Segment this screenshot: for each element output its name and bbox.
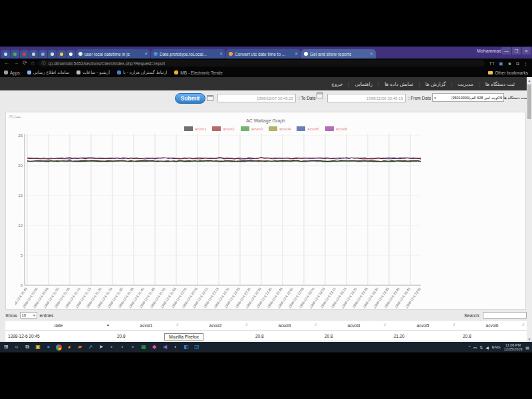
legend-item[interactable]: acvol5 <box>297 126 319 131</box>
legend-item[interactable]: acvol6 <box>325 126 347 131</box>
tray-chevron-icon[interactable]: ^ <box>469 345 471 349</box>
network-icon[interactable]: ⇅ <box>479 345 483 350</box>
text-size-icon[interactable]: TT <box>489 61 495 66</box>
page-scrollbar[interactable]: ▲ ▼ <box>527 77 532 342</box>
column-header[interactable]: acvol6⇵ <box>458 321 527 331</box>
column-header[interactable]: acvol5⇵ <box>388 321 458 331</box>
column-header[interactable]: acvol1⇵ <box>112 321 181 331</box>
browser-profile-name[interactable]: Mohammad <box>477 49 501 53</box>
sort-asc-icon[interactable]: ▲ <box>106 323 110 327</box>
nav-item[interactable]: خروج <box>326 81 348 87</box>
nav-item[interactable]: مدیریت <box>452 81 479 87</box>
calendar-icon[interactable] <box>317 92 323 98</box>
legend-item[interactable]: acvol2 <box>212 126 234 131</box>
minimize-icon[interactable]: — <box>502 47 511 55</box>
tool-icon[interactable]: ▪ <box>172 344 179 350</box>
bookmark-icon[interactable]: ▣ <box>499 61 503 66</box>
mini-tab[interactable] <box>57 50 66 59</box>
address-bar[interactable]: ⓘ cp.dlinamobi:5452/sections/Client/Inde… <box>39 60 485 66</box>
start-icon[interactable]: ⊞ <box>3 344 9 350</box>
excel-icon[interactable]: ▦ <box>140 344 147 350</box>
calendar-icon[interactable] <box>207 95 213 101</box>
taskbar-clock[interactable]: 11:06 PM 12/25/2019 <box>504 343 523 352</box>
to-date-input[interactable] <box>217 94 296 102</box>
mini-tab[interactable] <box>66 50 75 59</box>
mini-tab[interactable] <box>39 50 47 59</box>
other-bookmarks[interactable]: Other bookmarks <box>488 70 528 75</box>
language-indicator[interactable]: ENG <box>492 345 501 349</box>
forward-icon[interactable]: → <box>13 61 19 66</box>
bookmark-item[interactable]: آرشیو - ساعات <box>76 70 110 75</box>
sort-icon[interactable]: ⇵ <box>176 323 179 327</box>
tab-close-icon[interactable]: × <box>219 51 223 57</box>
bookmark-item[interactable]: سامانه اطلاع رسانی <box>27 70 69 75</box>
column-header[interactable]: acvol4⇵ <box>319 321 388 331</box>
tab-close-icon[interactable]: × <box>295 51 298 57</box>
refresh-icon[interactable]: ⟳ <box>23 61 27 66</box>
mini-tab[interactable] <box>29 50 38 59</box>
column-header[interactable]: acvol3⇵ <box>250 321 319 331</box>
close-icon[interactable]: ✕ <box>522 47 531 55</box>
sort-icon[interactable]: ⇵ <box>245 323 248 327</box>
sort-icon[interactable]: ⇵ <box>315 323 317 327</box>
page-size-select[interactable]: 10 ▾ <box>20 312 37 319</box>
taskview-icon[interactable]: ⧉ <box>24 344 31 350</box>
mini-tab[interactable] <box>48 50 57 59</box>
nav-item[interactable]: ثبت دستگاه ها <box>480 81 520 87</box>
sort-icon[interactable]: ⇵ <box>384 323 386 327</box>
browser-tab[interactable]: Date.prototype.toLocal...× <box>151 49 225 59</box>
mini-tab[interactable] <box>20 50 29 59</box>
table-row[interactable]: 1398-12-6 20:4520.821.2020.820.821.2020.… <box>5 331 527 341</box>
nav-item[interactable]: راهنمایی <box>349 81 378 87</box>
app-dark-icon[interactable]: ▪ <box>108 344 115 350</box>
nav-item[interactable]: گزارش ها <box>420 81 451 87</box>
back-icon[interactable]: ← <box>4 61 9 66</box>
submit-button[interactable]: Submit <box>175 93 205 104</box>
from-date-input[interactable] <box>327 94 406 102</box>
mini-tab[interactable] <box>1 50 10 59</box>
store-arrow-icon[interactable]: ➚ <box>87 344 94 350</box>
search-input[interactable] <box>483 312 527 319</box>
explorer-icon[interactable]: ▣ <box>35 344 41 350</box>
app-dark-icon[interactable]: ▪ <box>130 344 136 350</box>
firefox-icon[interactable]: ◕ <box>66 344 72 350</box>
browser-tab[interactable]: Convert utc date time to ...× <box>226 49 301 59</box>
legend-item[interactable]: acvol3 <box>241 126 263 131</box>
volume-icon[interactable]: ◀ <box>485 345 489 350</box>
scrollbar-thumb[interactable] <box>527 84 531 119</box>
mini-tab[interactable] <box>11 50 19 59</box>
nav-item[interactable]: نمایش داده ها <box>379 81 418 87</box>
cursor-app-icon[interactable]: ➤ <box>98 344 104 350</box>
tab-close-icon[interactable]: × <box>370 51 373 57</box>
extensions-icon[interactable]: ⧉ <box>516 61 519 66</box>
scroll-up-icon[interactable]: ▲ <box>527 77 532 83</box>
browser-tab[interactable]: Get and show reports× <box>301 49 376 59</box>
app-dark-icon[interactable]: ▪ <box>119 344 126 350</box>
scroll-down-icon[interactable]: ▼ <box>527 336 532 342</box>
column-header[interactable]: acvol2⇵ <box>181 321 250 331</box>
bookmark-item[interactable]: MB - Electronic Tende <box>174 70 222 75</box>
restore-icon[interactable]: ❐ <box>512 47 521 55</box>
notifications-icon[interactable]: ▤ <box>525 345 529 350</box>
sort-icon[interactable]: ⇵ <box>453 323 456 327</box>
battery-icon[interactable]: ▭ <box>473 345 477 350</box>
legend-item[interactable]: acvol4 <box>269 126 291 131</box>
bookmark-item[interactable]: ارتباط گستران هزاره - با <box>117 70 167 75</box>
legend-item[interactable]: acvol1 <box>184 126 206 131</box>
browser-tab[interactable]: user local datetime in js× <box>76 49 150 59</box>
column-header[interactable]: date▲ <box>5 321 112 331</box>
media-player-icon[interactable]: ◀ <box>162 344 168 350</box>
edge-orb-icon[interactable]: ● <box>45 344 52 350</box>
tab-close-icon[interactable]: × <box>144 51 148 57</box>
sort-icon[interactable]: ⇵ <box>522 323 525 327</box>
device-select[interactable]: 6/کوچه امیر 628 الف(95010003) ▾ <box>432 93 504 102</box>
office-icon[interactable]: ▰ <box>76 344 83 350</box>
page-info-icon[interactable]: ⓘ <box>42 61 46 66</box>
paint-icon[interactable]: ◆ <box>151 344 158 350</box>
search-icon[interactable]: ○ <box>13 344 20 350</box>
ide-icon[interactable]: ◧ <box>183 344 190 350</box>
profile-icon[interactable]: ☻ <box>507 61 512 66</box>
chrome-icon[interactable] <box>56 344 62 350</box>
vscode-icon[interactable]: ◲ <box>194 344 200 350</box>
bookmark-item[interactable]: Apps <box>4 70 20 75</box>
